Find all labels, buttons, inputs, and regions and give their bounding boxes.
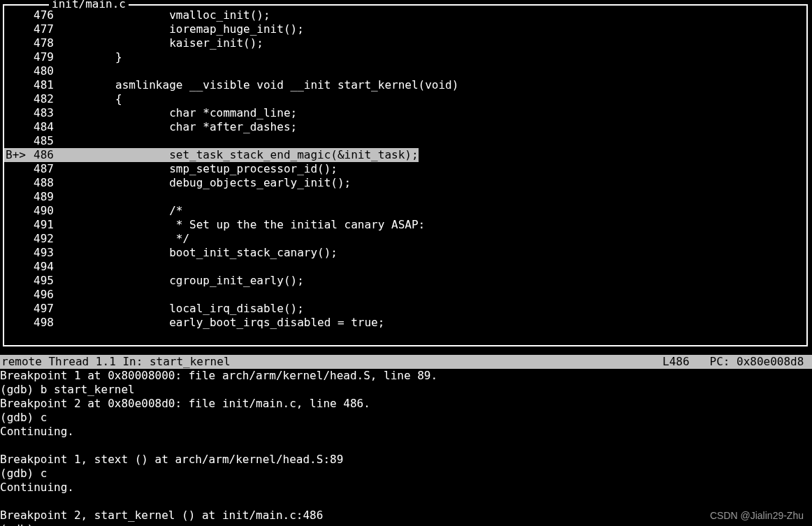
source-line: 493 boot_init_stack_canary(); [4, 246, 806, 260]
source-line: 487 smp_setup_processor_id(); [4, 162, 806, 176]
gutter [4, 176, 34, 190]
gdb-tui-window: init/main.c 476 vmalloc_init(); 477 iore… [0, 0, 812, 526]
source-line-text: * Set up the the initial canary ASAP: [61, 218, 425, 232]
source-line-text: local_irq_disable(); [61, 302, 304, 316]
gutter [4, 302, 34, 316]
source-line: 492 */ [4, 232, 806, 246]
gutter [4, 106, 34, 120]
breakpoint-marker: B+> [4, 148, 34, 162]
gutter [4, 260, 34, 274]
source-line: 489 [4, 190, 806, 204]
line-number: 477 [34, 22, 61, 36]
gutter [4, 36, 34, 50]
line-number: 482 [34, 92, 61, 106]
source-line-current: B+>486 set_task_stack_end_magic(&init_ta… [4, 148, 806, 162]
gdb-output-line: Breakpoint 1, stext () at arch/arm/kerne… [0, 453, 812, 467]
source-line: 490 /* [4, 204, 806, 218]
line-number: 481 [34, 78, 61, 92]
line-number: 491 [34, 218, 61, 232]
source-line-text: { [61, 92, 122, 106]
gutter [4, 64, 34, 78]
status-thread-location: remote Thread 1.1 In: start_kernel [1, 355, 231, 369]
source-line: 483 char *command_line; [4, 106, 806, 120]
gutter [4, 204, 34, 218]
line-number: 483 [34, 106, 61, 120]
source-line: 494 [4, 260, 806, 274]
gutter [4, 232, 34, 246]
source-line: 481 asmlinkage __visible void __init sta… [4, 78, 806, 92]
source-line-text: cgroup_init_early(); [61, 274, 304, 288]
line-number: 489 [34, 190, 61, 204]
source-line-text: kaiser_init(); [61, 36, 263, 50]
gdb-output-line [0, 439, 812, 453]
line-number: 476 [34, 8, 61, 22]
line-number: 480 [34, 64, 61, 78]
source-line-text: vmalloc_init(); [61, 8, 270, 22]
source-line-text: debug_objects_early_init(); [61, 176, 351, 190]
gutter [4, 288, 34, 302]
gdb-output-line: Breakpoint 1 at 0x80008000: file arch/ar… [0, 369, 812, 383]
line-number: 495 [34, 274, 61, 288]
source-line-text: set_task_stack_end_magic(&init_task); [61, 148, 419, 162]
source-line: 495 cgroup_init_early(); [4, 274, 806, 288]
gdb-input-line: (gdb) b start_kernel [0, 383, 812, 397]
source-line: 497 local_irq_disable(); [4, 302, 806, 316]
source-line: 496 [4, 288, 806, 302]
gdb-console[interactable]: Breakpoint 1 at 0x80008000: file arch/ar… [0, 369, 812, 526]
watermark: CSDN @Jialin29-Zhu [710, 510, 804, 523]
source-line: 488 debug_objects_early_init(); [4, 176, 806, 190]
gutter [4, 246, 34, 260]
source-line: 479 } [4, 50, 806, 64]
source-line-text: smp_setup_processor_id(); [61, 162, 338, 176]
line-number: 493 [34, 246, 61, 260]
source-line: 491 * Set up the the initial canary ASAP… [4, 218, 806, 232]
gutter [4, 274, 34, 288]
source-line: 476 vmalloc_init(); [4, 8, 806, 22]
line-number: 486 [34, 148, 61, 162]
source-line: 480 [4, 64, 806, 78]
source-line-text: char *after_dashes; [61, 120, 297, 134]
line-number: 479 [34, 50, 61, 64]
line-number: 496 [34, 288, 61, 302]
gutter [4, 162, 34, 176]
gutter [4, 218, 34, 232]
source-line: 482 { [4, 92, 806, 106]
gdb-output-line: Breakpoint 2 at 0x80e008d0: file init/ma… [0, 397, 812, 411]
source-line-text: } [61, 50, 122, 64]
source-line: 484 char *after_dashes; [4, 120, 806, 134]
source-line-text: ioremap_huge_init(); [61, 22, 304, 36]
line-number: 487 [34, 162, 61, 176]
gutter [4, 134, 34, 148]
line-number: 488 [34, 176, 61, 190]
gdb-output-line: Breakpoint 2, start_kernel () at init/ma… [0, 509, 812, 523]
status-bar: remote Thread 1.1 In: start_kernel L486 … [0, 355, 812, 369]
line-number: 494 [34, 260, 61, 274]
source-line-text: boot_init_stack_canary(); [61, 246, 338, 260]
gdb-output-line: Continuing. [0, 425, 812, 439]
highlight-trailing-mask [419, 148, 806, 162]
gutter [4, 8, 34, 22]
source-line-text: asmlinkage __visible void __init start_k… [61, 78, 458, 92]
source-line-text: */ [61, 232, 189, 246]
gdb-input-line: (gdb) c [0, 467, 812, 481]
source-pane[interactable]: init/main.c 476 vmalloc_init(); 477 iore… [3, 4, 808, 346]
source-line: 477 ioremap_huge_init(); [4, 22, 806, 36]
line-number: 492 [34, 232, 61, 246]
source-line: 478 kaiser_init(); [4, 36, 806, 50]
source-line: 498 early_boot_irqs_disabled = true; [4, 316, 806, 330]
gutter [4, 190, 34, 204]
source-line: 485 [4, 134, 806, 148]
line-number: 485 [34, 134, 61, 148]
gdb-output-line: Continuing. [0, 481, 812, 495]
source-pane-body[interactable]: 476 vmalloc_init(); 477 ioremap_huge_ini… [4, 8, 806, 342]
line-number: 497 [34, 302, 61, 316]
source-line-text: char *command_line; [61, 106, 297, 120]
gdb-output-line [0, 495, 812, 509]
gutter [4, 316, 34, 330]
gdb-input-line: (gdb) n [0, 523, 812, 526]
status-line-pc: L486 PC: 0x80e008d8 [662, 355, 811, 369]
line-number: 490 [34, 204, 61, 218]
gutter [4, 50, 34, 64]
gutter [4, 92, 34, 106]
source-line-text: early_boot_irqs_disabled = true; [61, 316, 384, 330]
